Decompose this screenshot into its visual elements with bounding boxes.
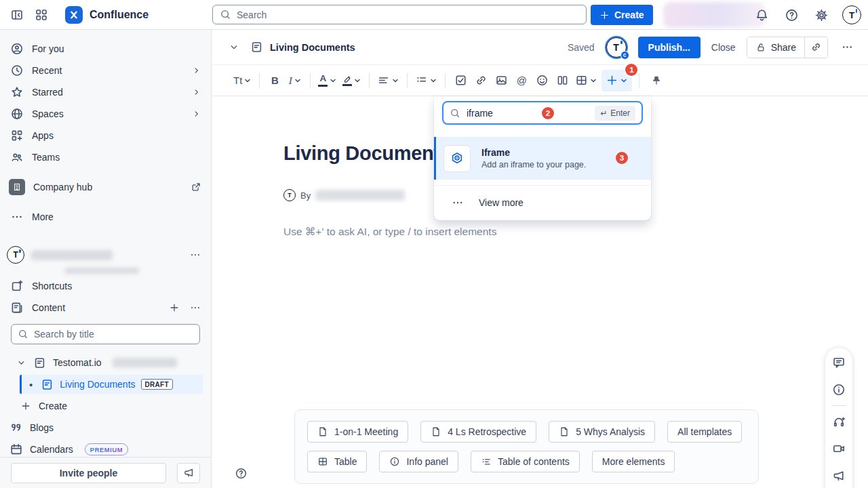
task-list-button[interactable] xyxy=(450,70,471,92)
tree-item-space[interactable]: Testomat.io xyxy=(0,352,211,373)
more-elements-button[interactable]: More elements xyxy=(592,451,675,472)
sidebar-item-more[interactable]: More xyxy=(0,206,211,228)
templates-panel: 1-on-1 Meeting 4 Ls Retrospective 5 Whys… xyxy=(294,409,759,484)
comments-button[interactable] xyxy=(825,349,852,376)
table-of-contents-icon xyxy=(481,456,492,467)
redacted-space-subtitle xyxy=(64,268,139,274)
sidebar-item-spaces[interactable]: Spaces xyxy=(0,103,211,125)
chevron-down-icon[interactable] xyxy=(16,358,26,368)
tree-item-living-documents[interactable]: • Living Documents DRAFT xyxy=(20,375,203,394)
sidebar-item-shortcuts[interactable]: Shortcuts xyxy=(0,275,211,297)
feedback-button[interactable] xyxy=(825,462,852,488)
confluence-logo[interactable]: Confluence xyxy=(65,6,149,24)
copy-link-button[interactable] xyxy=(804,37,827,58)
bold-button[interactable]: B xyxy=(264,70,285,92)
pin-toolbar-button[interactable] xyxy=(646,70,667,92)
chevron-down-icon[interactable] xyxy=(229,42,239,53)
sidebar-item-teams[interactable]: Teams xyxy=(0,146,211,168)
breadcrumb-page-title[interactable]: Living Documents xyxy=(270,42,355,53)
editor-help-button[interactable] xyxy=(231,463,251,483)
sidebar-collapse-button[interactable] xyxy=(7,5,27,25)
help-button[interactable] xyxy=(781,5,802,25)
lists-button[interactable] xyxy=(412,70,440,92)
table-button[interactable] xyxy=(572,70,600,92)
italic-button[interactable]: I xyxy=(285,70,305,92)
insert-search-field[interactable]: 2 ↵ Enter xyxy=(442,101,643,125)
share-button-group: Share xyxy=(747,37,828,58)
content-search-input[interactable] xyxy=(34,329,193,340)
details-button[interactable] xyxy=(825,376,852,403)
checkbox-icon xyxy=(454,74,467,87)
emoji-button[interactable] xyxy=(532,70,552,92)
chevron-down-icon xyxy=(329,77,337,85)
insert-elements-button[interactable]: 1 xyxy=(601,70,632,92)
confluence-logo-icon xyxy=(65,6,83,24)
result-title: Iframe xyxy=(481,147,586,158)
sidebar-item-blogs[interactable]: Blogs xyxy=(0,417,211,439)
toolbar-divider xyxy=(369,73,370,88)
content-more-icon[interactable] xyxy=(189,302,201,314)
template-5-whys-analysis[interactable]: 5 Whys Analysis xyxy=(549,421,655,443)
mention-button[interactable]: @ xyxy=(511,70,532,92)
redacted-region xyxy=(663,2,765,28)
global-search-input[interactable] xyxy=(237,9,579,20)
result-description: Add an iframe to your page. xyxy=(481,160,586,169)
document-title[interactable]: Living Documents xyxy=(283,142,451,165)
space-header[interactable]: T xyxy=(0,243,211,267)
publish-button[interactable]: Publish... xyxy=(638,37,701,58)
insert-result-iframe[interactable]: Iframe Add an iframe to your page. 3 xyxy=(434,137,651,180)
sidebar-item-apps[interactable]: Apps xyxy=(0,125,211,146)
space-more-icon[interactable] xyxy=(189,249,201,261)
element-info-panel-button[interactable]: Info panel xyxy=(379,451,458,472)
video-button[interactable] xyxy=(825,435,852,462)
content-search[interactable] xyxy=(11,324,200,344)
premium-badge: PREMIUM xyxy=(85,443,128,455)
text-color-button[interactable]: A xyxy=(315,70,340,92)
template-1on1-meeting[interactable]: 1-on-1 Meeting xyxy=(307,421,408,443)
share-button[interactable]: Share xyxy=(747,37,804,58)
profile-avatar[interactable]: T xyxy=(841,5,863,25)
insert-image-button[interactable] xyxy=(491,70,511,92)
alignment-button[interactable] xyxy=(374,70,402,92)
sidebar-item-company-hub[interactable]: Company hub xyxy=(0,176,211,198)
create-button[interactable]: Create xyxy=(591,5,653,25)
highlight-color-button[interactable] xyxy=(340,70,364,92)
toolbar-divider xyxy=(445,73,446,88)
insert-link-button[interactable] xyxy=(471,70,491,92)
all-templates-button[interactable]: All templates xyxy=(667,421,742,443)
megaphone-icon xyxy=(832,469,846,483)
element-toc-button[interactable]: Table of contents xyxy=(471,451,580,472)
toolbar-divider xyxy=(639,73,639,88)
collaborator-avatar[interactable]: T c xyxy=(606,37,627,58)
close-button[interactable]: Close xyxy=(709,42,738,53)
document-icon xyxy=(431,426,441,437)
notifications-button[interactable] xyxy=(751,5,772,25)
element-table-button[interactable]: Table xyxy=(307,451,367,472)
tree-item-create[interactable]: Create xyxy=(0,395,211,417)
text-style-button[interactable]: Tt xyxy=(231,70,254,92)
sidebar-item-recent[interactable]: Recent xyxy=(0,60,211,81)
invite-people-button[interactable]: Invite people xyxy=(11,463,166,483)
settings-button[interactable] xyxy=(811,5,831,25)
view-more-item[interactable]: View more xyxy=(434,186,651,219)
globe-icon xyxy=(10,107,24,121)
page-more-button[interactable] xyxy=(837,37,857,58)
insert-search-input[interactable] xyxy=(467,108,509,119)
template-4ls-retrospective[interactable]: 4 Ls Retrospective xyxy=(420,421,536,443)
sidebar-item-for-you[interactable]: For you xyxy=(0,38,211,60)
more-horizontal-icon xyxy=(10,210,24,224)
editor-placeholder[interactable]: Use ⌘+' to ask AI, or type / to insert e… xyxy=(283,226,496,238)
bullet-list-icon xyxy=(415,74,428,87)
content-add-icon[interactable] xyxy=(169,302,180,313)
audio-call-button[interactable] xyxy=(825,408,852,435)
table-icon xyxy=(317,456,328,467)
sidebar-item-content[interactable]: Content xyxy=(0,297,211,319)
app-switcher-button[interactable] xyxy=(31,5,52,25)
sidebar-item-starred[interactable]: Starred xyxy=(0,81,211,103)
global-search[interactable] xyxy=(212,5,587,24)
layouts-button[interactable] xyxy=(552,70,572,92)
announcements-button[interactable] xyxy=(177,463,200,483)
redacted-space-name xyxy=(31,250,113,260)
sidebar: For you Recent Starred Spaces Apps Teams xyxy=(0,30,212,488)
headphones-plus-icon xyxy=(832,415,846,428)
